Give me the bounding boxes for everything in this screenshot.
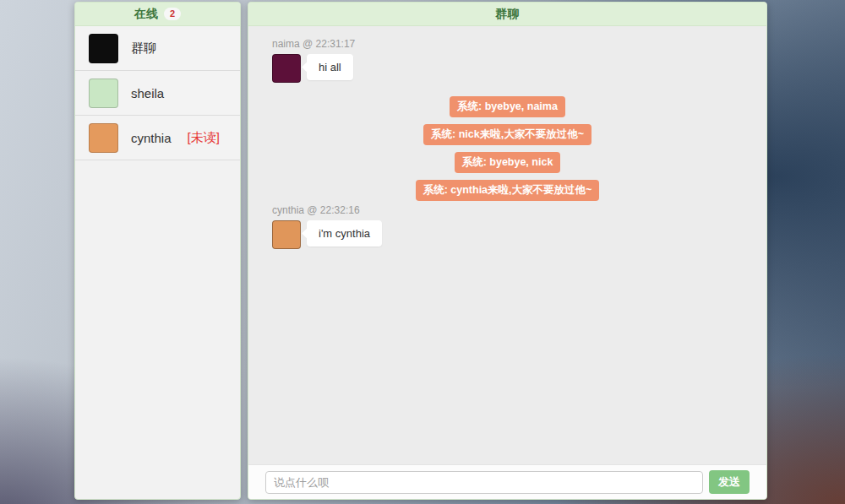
composer-bar: 发送	[248, 464, 766, 499]
message-avatar	[272, 54, 301, 83]
online-users-panel: 在线 2 群聊 sheila cynthia [未读]	[74, 2, 241, 500]
system-message: 系统: byebye, naima	[450, 96, 565, 117]
chat-message: naima @ 22:31:17 hi all	[272, 38, 743, 83]
contact-row[interactable]: sheila	[75, 71, 240, 116]
system-message: 系统: cynthia来啦,大家不要放过他~	[416, 180, 600, 201]
chat-body: naima @ 22:31:17 hi all 系统: byebye, naim…	[248, 26, 766, 464]
contact-avatar	[89, 123, 118, 153]
message-bubble: i'm cynthia	[307, 220, 382, 247]
contact-name: 群聊	[131, 41, 156, 57]
contact-row[interactable]: 群聊	[75, 26, 240, 71]
send-button[interactable]: 发送	[709, 470, 750, 494]
message-avatar	[272, 220, 301, 249]
online-title: 在线	[134, 7, 158, 22]
system-message: 系统: nick来啦,大家不要放过他~	[423, 124, 592, 145]
contact-name: cynthia	[131, 131, 172, 145]
contact-row[interactable]: cynthia [未读]	[75, 116, 240, 160]
unread-badge: [未读]	[188, 130, 220, 146]
message-meta: naima @ 22:31:17	[272, 38, 743, 50]
online-count-badge: 2	[164, 8, 181, 20]
chat-title: 群聊	[496, 7, 520, 22]
system-message: 系统: byebye, nick	[455, 152, 561, 173]
sidebar-header: 在线 2	[75, 3, 240, 26]
contact-list: 群聊 sheila cynthia [未读]	[75, 26, 240, 499]
chat-message: cynthia @ 22:32:16 i'm cynthia	[272, 204, 743, 249]
chat-header: 群聊	[248, 3, 766, 26]
message-bubble: hi all	[307, 54, 353, 80]
contact-name: sheila	[131, 86, 164, 100]
contact-avatar	[89, 79, 118, 108]
contact-avatar	[89, 34, 118, 63]
message-input[interactable]	[265, 471, 703, 494]
chat-panel: 群聊 naima @ 22:31:17 hi all 系统: byebye, n…	[248, 2, 767, 500]
message-meta: cynthia @ 22:32:16	[272, 204, 743, 216]
